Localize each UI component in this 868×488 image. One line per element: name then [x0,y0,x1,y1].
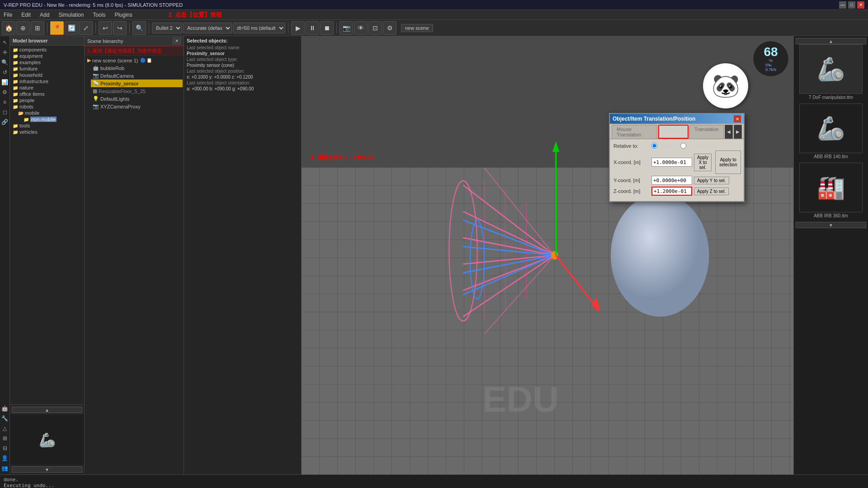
dialog-titlebar: Object/Item Translation/Position ✕ [610,114,744,124]
thumb-scroll-up-btn[interactable]: ▲ [796,38,866,44]
sim-pause-btn[interactable]: ⏸ [306,21,319,35]
tree-item-nonmobile[interactable]: 📁 non-mobile [22,116,83,122]
left-icon-group[interactable]: 👥 [0,464,9,473]
thumb-scroll-down[interactable]: ▼ [10,465,84,474]
left-icon-expand[interactable]: ⊞ [0,434,9,443]
menu-file[interactable]: File [2,11,14,19]
dialog-nav-prev[interactable]: ◀ [725,125,733,139]
menu-add[interactable]: Add [38,11,51,19]
sim-timestep-dropdown[interactable]: dt=50 ms (default [233,23,285,33]
left-icon-link[interactable]: 🔗 [0,117,9,127]
info-pos-value: x: +0.1000 y: +0.0000 z: +0.1200 [187,75,253,80]
tree-item-tools[interactable]: 📁 tools [11,122,83,129]
tree-item-equipment[interactable]: 📁 equipment [11,53,83,59]
model-browser-header: Model browser [10,36,84,46]
apply-all-btn[interactable]: Apply to selection [715,150,741,174]
toolbar-position-btn[interactable]: 📍 [50,21,64,35]
apply-z-btn[interactable]: Apply Z to sel. [694,188,729,195]
tree-item-components[interactable]: 📁 components [11,47,83,53]
thumb-scroll-up[interactable]: ▲ [10,404,84,415]
left-icon-move[interactable]: ✛ [0,48,9,57]
toolbar-layers-btn[interactable]: ⊡ [368,21,382,35]
toolbar-scale-btn[interactable]: ⤢ [79,21,93,35]
left-icon-objects[interactable]: ◻ [0,108,9,117]
toolbar-home-btn[interactable]: 🏠 [2,21,15,35]
dialog-close-btn[interactable]: ✕ [734,115,741,122]
dialog-relative-label: Relative to: [613,143,650,149]
model-thumb-abb140[interactable]: 🦾 ABB IRB 140.ttm [796,103,866,159]
model-thumb-7dof[interactable]: 🦾 7 DoF manipulator.ttm [796,44,866,100]
menu-edit[interactable]: Edit [19,11,33,19]
scene-title: Scene hierarchy [87,38,123,44]
model-thumb-abb360[interactable]: 🏭 ABB IRB 360.ttm [796,163,866,218]
apply-y-btn[interactable]: Apply Y to sel. [694,177,729,184]
model-browser-panel: Model browser 📁 components 📁 equipment 📁… [10,36,85,474]
left-icon-graph[interactable]: 📊 [0,78,9,87]
scene-item-camera[interactable]: 📷 DefaultCamera [91,72,183,80]
scene-item-bubblerob[interactable]: 🤖 bubbleRob [91,64,183,72]
scene-item-floor[interactable]: ▦ ResizableFloor_5_25 [91,87,183,95]
tab-mouse-translation[interactable]: Mouse Translation [612,125,657,139]
maximize-button[interactable]: □ [848,1,855,9]
sim-play-btn[interactable]: ▶ [291,21,305,35]
menu-tools[interactable]: Tools [91,11,107,19]
left-icon-tool[interactable]: 🔧 [0,414,9,423]
tab-position[interactable]: Position [658,125,689,139]
left-icon-robot[interactable]: 🤖 [0,404,9,413]
scene-root[interactable]: ▶ new scene (scene 1) 🔵 📋 [85,56,183,64]
tree-item-infrastructure[interactable]: 📁 infrastructure [11,78,83,84]
sim-accuracy-dropdown[interactable]: Accurate (defau [183,23,232,33]
tree-item-robots[interactable]: 📁 robots [11,103,83,110]
toolbar-settings-btn[interactable]: ⚙ [383,21,396,35]
toolbar-cam-btn[interactable]: 📷 [340,21,353,35]
tree-item-mobile[interactable]: 📂 mobile [16,110,83,116]
toolbar-rotate-btn[interactable]: 🔄 [65,21,78,35]
left-icon-settings[interactable]: ⚙ [0,88,9,97]
tree-item-nature[interactable]: 📁 nature [11,84,83,91]
coord-z-input[interactable] [651,187,692,196]
tree-item-officeitems[interactable]: 📁 office items [11,91,83,97]
left-icon-people[interactable]: 👤 [0,454,9,463]
menu-plugins[interactable]: Plugins [113,11,134,19]
toolbar-add-btn[interactable]: ⊕ [16,21,30,35]
toolbar-eye-btn[interactable]: 👁 [354,21,368,35]
left-icon-rotate[interactable]: ↺ [0,68,9,77]
tab-translation[interactable]: Translation [689,125,724,139]
close-button[interactable]: ✕ [857,1,864,9]
left-icon-shapes[interactable]: △ [0,424,9,433]
tree-item-furniture[interactable]: 📁 furniture [11,66,83,72]
scene-item-proximity[interactable]: 📡 Proximity_sensor [91,80,183,87]
viewport[interactable]: EDU [302,36,793,474]
scene-item-proxy[interactable]: 📷 XYZCameraProxy [91,103,183,110]
coord-y-input[interactable] [651,176,692,185]
new-scene-btn[interactable]: new scene [401,24,433,32]
dialog-parent-radio[interactable] [680,143,686,149]
tree-item-examples[interactable]: 📁 examples [11,59,83,66]
dialog-world-radio[interactable] [651,143,657,149]
toolbar-undo-btn[interactable]: ↩ [99,21,112,35]
tree-item-household[interactable]: 📁 household [11,72,83,78]
sim-engine-dropdown[interactable]: Bullet 2 [152,23,182,33]
toolbar-group-btn[interactable]: ⊞ [31,21,44,35]
menu-simulation[interactable]: Simulation [57,11,85,19]
scene-item-lights[interactable]: 💡 DefaultLights [91,95,183,103]
scroll-down-btn[interactable]: ▼ [12,466,82,473]
tree-item-vehicles[interactable]: 📁 vehicles [11,129,83,135]
apply-x-btn[interactable]: Apply X to sel. [694,154,712,171]
dialog-nav-next[interactable]: ▶ [734,125,742,139]
sim-stop-btn[interactable]: ⏹ [320,21,334,35]
left-icon-layers[interactable]: ≡ [0,98,9,107]
info-pos-value-row: x: +0.1000 y: +0.0000 z: +0.1200 [187,75,298,80]
toolbar-redo-btn[interactable]: ↪ [113,21,127,35]
minimize-button[interactable]: — [839,1,846,9]
coord-x-input[interactable] [651,158,692,167]
scroll-up-btn[interactable]: ▲ [12,407,82,413]
tree-item-people[interactable]: 📁 people [11,97,83,103]
scene-close-btn[interactable]: ✕ [173,38,181,44]
left-icon-collapse[interactable]: ⊟ [0,444,9,453]
annotation-4: 4. 调整X为0.1，Z为0.12 [311,154,373,162]
toolbar-search-btn[interactable]: 🔍 [132,21,146,35]
left-icon-pointer[interactable]: ↖ [0,38,9,47]
left-icon-zoom[interactable]: 🔍 [0,58,9,67]
thumb-scroll-down-btn[interactable]: ▼ [796,222,866,228]
